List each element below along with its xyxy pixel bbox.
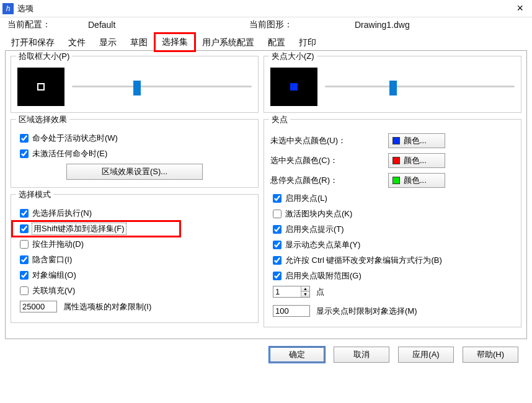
- grip-size-title: 夹点大小(Z): [269, 51, 317, 62]
- grip-obj-limit-label: 显示夹点时限制对象选择(M): [316, 306, 417, 317]
- hover-grip-swatch: [392, 177, 400, 184]
- enable-grip-snap-checkbox[interactable]: [273, 272, 282, 280]
- spin-down-icon[interactable]: ▼: [301, 292, 309, 297]
- sel-grip-color-label: 选中夹点颜色(C)：: [270, 155, 388, 166]
- cancel-button[interactable]: 取消: [334, 347, 389, 363]
- enable-block-grips-label: 激活图块内夹点(K): [285, 208, 352, 219]
- pickbox-preview: [17, 68, 64, 106]
- window-title: 选项: [17, 3, 33, 14]
- close-icon[interactable]: ×: [513, 2, 527, 15]
- tab-open-save[interactable]: 打开和保存: [5, 35, 61, 51]
- enable-grip-tips-label: 启用夹点提示(T): [285, 224, 344, 235]
- current-config-value: Default: [88, 20, 249, 30]
- prop-palette-limit-label: 属性选项板的对象限制(I): [63, 301, 151, 312]
- area-selection-title: 区域选择效果: [16, 114, 69, 125]
- dialog-footer: 确定 取消 应用(A) 帮助(H): [0, 339, 532, 370]
- grip-snap-suffix: 点: [316, 286, 324, 298]
- grip-size-group: 夹点大小(Z): [264, 56, 521, 113]
- ctrl-cycle-label: 允许按 Ctrl 键循环改变对象编辑方式行为(B): [285, 255, 442, 266]
- use-shift-add-checkbox[interactable]: [20, 224, 29, 233]
- help-button[interactable]: 帮助(H): [463, 347, 518, 363]
- grip-size-slider[interactable]: [325, 81, 515, 93]
- app-icon: h: [2, 3, 14, 14]
- grip-obj-limit-input[interactable]: [273, 305, 310, 317]
- area-selection-group: 区域选择效果 命令处于活动状态时(W) 未激活任何命令时(E) 区域效果设置(S…: [11, 119, 259, 188]
- grip-snap-spinner[interactable]: ▲ ▼: [273, 286, 310, 298]
- ctrl-cycle-checkbox[interactable]: [273, 256, 282, 265]
- enable-grip-snap-label: 启用夹点吸附范围(G): [285, 270, 361, 281]
- spin-up-icon[interactable]: ▲: [301, 286, 309, 292]
- current-drawing-value: Drawing1.dwg: [355, 20, 410, 30]
- implied-window-checkbox[interactable]: [20, 255, 29, 264]
- unsel-grip-color-button[interactable]: 颜色...: [388, 133, 445, 148]
- current-config-label: 当前配置：: [7, 19, 88, 30]
- use-shift-add-label: 用Shift键添加到选择集(F): [32, 223, 126, 234]
- unsel-grip-swatch: [392, 137, 400, 144]
- pickbox-size-slider[interactable]: [72, 81, 252, 93]
- prop-palette-limit-input[interactable]: [20, 301, 57, 312]
- tab-profiles[interactable]: 配置: [262, 35, 291, 51]
- object-group-checkbox[interactable]: [20, 271, 29, 280]
- config-info-row: 当前配置： Default 当前图形： Drawing1.dwg: [0, 17, 532, 32]
- implied-window-label: 隐含窗口(I): [32, 254, 72, 265]
- pickbox-preview-square: [37, 83, 45, 91]
- tab-print[interactable]: 打印: [293, 35, 322, 51]
- enable-block-grips-checkbox[interactable]: [273, 210, 282, 218]
- no-cmd-active-checkbox[interactable]: [20, 149, 29, 158]
- sel-grip-color-button[interactable]: 颜色...: [388, 153, 445, 168]
- pickbox-size-title: 拾取框大小(P): [16, 51, 72, 62]
- show-dyn-menu-label: 显示动态夹点菜单(Y): [285, 239, 360, 250]
- noun-verb-label: 先选择后执行(N): [32, 208, 92, 219]
- object-group-label: 对象编组(O): [32, 270, 76, 281]
- hover-grip-color-button[interactable]: 颜色...: [388, 173, 445, 188]
- grip-preview-square: [290, 83, 298, 91]
- grips-title: 夹点: [269, 114, 290, 125]
- enable-grip-tips-checkbox[interactable]: [273, 225, 282, 234]
- noun-verb-checkbox[interactable]: [20, 209, 29, 218]
- hover-grip-color-label: 悬停夹点颜色(R)：: [270, 175, 388, 186]
- selection-mode-title: 选择模式: [16, 189, 53, 200]
- tabbar: 打开和保存 文件 显示 草图 选择集 用户系统配置 配置 打印: [5, 33, 527, 51]
- tab-user-prefs[interactable]: 用户系统配置: [196, 35, 260, 51]
- sel-grip-swatch: [392, 157, 400, 164]
- tab-files[interactable]: 文件: [62, 35, 92, 51]
- unsel-grip-color-label: 未选中夹点颜色(U)：: [270, 135, 388, 146]
- show-dyn-menu-checkbox[interactable]: [273, 241, 282, 249]
- tab-content: 拾取框大小(P) 区域选择效果 命令处于活动状态时(W) 未激活任何命令时(E): [5, 51, 527, 339]
- grips-group: 夹点 未选中夹点颜色(U)： 颜色... 选中夹点颜色(C)： 颜色... 悬停…: [264, 119, 521, 327]
- ok-button[interactable]: 确定: [269, 347, 325, 363]
- pickbox-size-group: 拾取框大小(P): [11, 56, 259, 113]
- enable-grips-checkbox[interactable]: [273, 194, 282, 203]
- grip-preview: [270, 68, 317, 106]
- assoc-hatch-label: 关联填充(V): [32, 285, 75, 296]
- current-drawing-label: 当前图形：: [249, 19, 355, 30]
- area-effects-settings-button[interactable]: 区域效果设置(S)...: [66, 164, 203, 180]
- selection-mode-group: 选择模式 先选择后执行(N) 用Shift键添加到选择集(F) 按住并拖动(D)…: [11, 194, 259, 323]
- tab-draft[interactable]: 草图: [124, 35, 154, 51]
- tab-selection[interactable]: 选择集: [155, 33, 195, 51]
- cmd-active-label: 命令处于活动状态时(W): [32, 133, 118, 144]
- cmd-active-checkbox[interactable]: [20, 134, 29, 143]
- tab-display[interactable]: 显示: [93, 35, 123, 51]
- no-cmd-active-label: 未激活任何命令时(E): [32, 148, 107, 159]
- press-drag-label: 按住并拖动(D): [32, 239, 84, 250]
- assoc-hatch-checkbox[interactable]: [20, 286, 29, 295]
- apply-button[interactable]: 应用(A): [398, 347, 454, 363]
- enable-grips-label: 启用夹点(L): [285, 193, 327, 204]
- titlebar: h 选项 ×: [0, 0, 532, 17]
- press-drag-checkbox[interactable]: [20, 240, 29, 249]
